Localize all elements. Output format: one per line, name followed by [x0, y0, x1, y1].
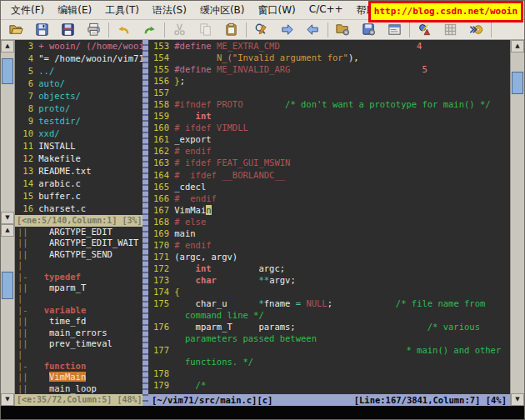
- menu-item-0[interactable]: 文件(F): [4, 2, 51, 19]
- tag-header-row[interactable]: |- variable: [18, 305, 142, 316]
- scroll-up-button[interactable]: ▲: [1, 224, 14, 237]
- toolbar-save-all-button[interactable]: [55, 21, 81, 38]
- toolbar-cut-button[interactable]: [167, 21, 192, 38]
- file-row[interactable]: 3 + wooin/ (/home/wooin: [18, 40, 142, 52]
- file-row[interactable]: 8 proto/: [18, 102, 142, 115]
- toolbar-redo-button[interactable]: [137, 21, 162, 38]
- tag-header-row[interactable]: |- function: [18, 361, 142, 372]
- tag-row[interactable]: || ARGTYPE_SEND: [18, 249, 142, 260]
- scroll-thumb[interactable]: [2, 58, 13, 84]
- tag-header-row[interactable]: |- typedef: [18, 272, 142, 282]
- code-line[interactable]: 177 * main() and other: [153, 344, 510, 356]
- file-row[interactable]: 13 README.txt: [18, 165, 142, 178]
- tag-row[interactable]: || mparm_T: [18, 282, 142, 293]
- file-row[interactable]: 4 "= /home/wooin/vim71/: [18, 52, 142, 65]
- code-line[interactable]: 167 VimMain: [153, 204, 510, 216]
- code-line[interactable]: parameters passed between: [153, 332, 510, 344]
- tag-row[interactable]: || VimMain: [18, 372, 142, 382]
- code-line[interactable]: 156 };: [153, 75, 510, 87]
- file-row[interactable]: 5 ../: [18, 65, 142, 78]
- editor-statusline[interactable]: [~/vim71/src/main.c][c] [Line:167/3841,C…: [148, 394, 510, 406]
- toolbar-save-session-button[interactable]: [356, 21, 382, 38]
- code-line[interactable]: 165 _cdecl: [153, 181, 510, 192]
- code-line[interactable]: 176 mparm_T params; /* various: [153, 321, 510, 332]
- toolbar-save-button[interactable]: [29, 21, 55, 38]
- toolbar-make-button[interactable]: [412, 21, 438, 38]
- code-line[interactable]: 155 #define ME_INVALID_ARG 5: [153, 63, 510, 75]
- selected-tag[interactable]: VimMain: [49, 372, 86, 382]
- code-line[interactable]: 158 #ifndef PROTO /* don't want a protot…: [153, 98, 510, 110]
- code-line[interactable]: 164 # ifdef __BORLANDC__: [153, 169, 510, 181]
- explorer-statusline[interactable]: [<ne:5/140,Column:1] [3%]: [15, 215, 142, 227]
- toolbar-paste-button[interactable]: [218, 21, 244, 38]
- menu-item-1[interactable]: 编辑(E): [51, 2, 98, 19]
- code-line[interactable]: 175 char_u *fname = NULL; /* file name f…: [153, 298, 510, 309]
- toolbar-find-replace-button[interactable]: [248, 21, 274, 38]
- menubar: 文件(F)编辑(E)工具(T)语法(S)缓冲区(B)窗口(W)C/C++帮助(H…: [1, 1, 524, 20]
- file-row[interactable]: 14 arabic.c: [18, 178, 142, 190]
- window-separator[interactable]: [142, 40, 148, 406]
- file-row[interactable]: 12 Makefile: [18, 152, 142, 165]
- code-line[interactable]: 163 # ifdef FEAT_GUI_MSWIN: [153, 157, 510, 168]
- code-line[interactable]: 159 int: [153, 110, 510, 122]
- toolbar-print-button[interactable]: [81, 21, 107, 38]
- scroll-thumb[interactable]: [2, 272, 13, 299]
- menu-item-2[interactable]: 工具(T): [98, 2, 146, 19]
- file-row[interactable]: 15 buffer.c: [18, 190, 142, 202]
- tag-row[interactable]: || main_loop: [18, 383, 142, 394]
- command-line[interactable]: [1, 406, 524, 420]
- code-line[interactable]: 178: [153, 368, 510, 379]
- scroll-down-button[interactable]: ▼: [1, 212, 14, 224]
- code-line[interactable]: 153 #define ME_EXTRA_CMD 4: [153, 40, 510, 52]
- code-line[interactable]: 171 (argc, argv): [153, 251, 510, 262]
- code-segment: command line */: [174, 310, 263, 320]
- code-line[interactable]: 168 # else: [153, 216, 510, 228]
- code-line[interactable]: 174 {: [153, 286, 510, 298]
- right-scrollbar[interactable]: ▲ ▼: [510, 40, 524, 406]
- code-line[interactable]: 154 N_("Invalid argument for"),: [153, 52, 510, 63]
- toolbar-build-tags-button[interactable]: [438, 21, 463, 38]
- tag-row[interactable]: || prev_timeval: [18, 338, 142, 349]
- code-line[interactable]: 162 # endif: [153, 145, 510, 157]
- scroll-down-button[interactable]: ▼: [1, 393, 14, 406]
- file-row[interactable]: 11 INSTALL: [18, 140, 142, 152]
- code-line[interactable]: functions. */: [153, 356, 510, 368]
- file-row[interactable]: 7 objects/: [18, 90, 142, 102]
- code-line[interactable]: 179 /*: [153, 379, 510, 391]
- left-scrollbar[interactable]: ▲ ▼ ▲ ▼: [1, 40, 15, 406]
- tag-row[interactable]: || ARGTYPE_EDIT: [18, 227, 142, 238]
- menu-item-6[interactable]: C/C++: [302, 2, 350, 19]
- code-line[interactable]: 169 main: [153, 228, 510, 239]
- tag-row[interactable]: || time_fd: [18, 316, 142, 327]
- toolbar-copy-button[interactable]: [192, 21, 218, 38]
- scroll-up-button[interactable]: ▲: [1, 40, 14, 52]
- menu-item-3[interactable]: 语法(S): [146, 2, 193, 19]
- file-row[interactable]: 6 auto/: [18, 78, 142, 90]
- file-row[interactable]: 10 xxd/: [18, 128, 142, 140]
- scroll-thumb[interactable]: [512, 72, 523, 94]
- code-line[interactable]: 161 _export: [153, 133, 510, 145]
- toolbar-run-script-button[interactable]: [382, 21, 408, 38]
- toolbar-open-button[interactable]: [3, 21, 29, 38]
- code-line[interactable]: 173 char **argv;: [153, 274, 510, 286]
- tag-row[interactable]: || main_errors: [18, 328, 142, 338]
- code-line[interactable]: 172 int argc;: [153, 262, 510, 274]
- code-line[interactable]: 157: [153, 87, 510, 98]
- code-line[interactable]: 166 # endif: [153, 192, 510, 204]
- code-line[interactable]: 160 # ifdef VIMDLL: [153, 122, 510, 133]
- toolbar-find-prev-button[interactable]: [300, 21, 326, 38]
- toolbar-undo-button[interactable]: [111, 21, 137, 38]
- menu-item-5[interactable]: 窗口(W): [252, 2, 302, 19]
- menu-item-4[interactable]: 缓冲区(B): [193, 2, 252, 19]
- code-line[interactable]: command line */: [153, 309, 510, 321]
- toolbar-load-session-button[interactable]: [330, 21, 356, 38]
- scroll-down-button[interactable]: ▼: [511, 393, 524, 406]
- file-row[interactable]: 16 charset.c: [18, 202, 142, 215]
- tag-row[interactable]: || ARGTYPE_EDIT_WAIT: [18, 238, 142, 248]
- file-row[interactable]: 9 testdir/: [18, 115, 142, 128]
- code-line[interactable]: 170 # endif: [153, 239, 510, 251]
- toolbar-tag-jump-button[interactable]: [463, 21, 489, 38]
- scroll-up-button[interactable]: ▲: [511, 40, 524, 52]
- taglist-statusline[interactable]: [<e:35/72,Column:5] [48%]: [15, 394, 142, 406]
- toolbar-find-next-button[interactable]: [274, 21, 300, 38]
